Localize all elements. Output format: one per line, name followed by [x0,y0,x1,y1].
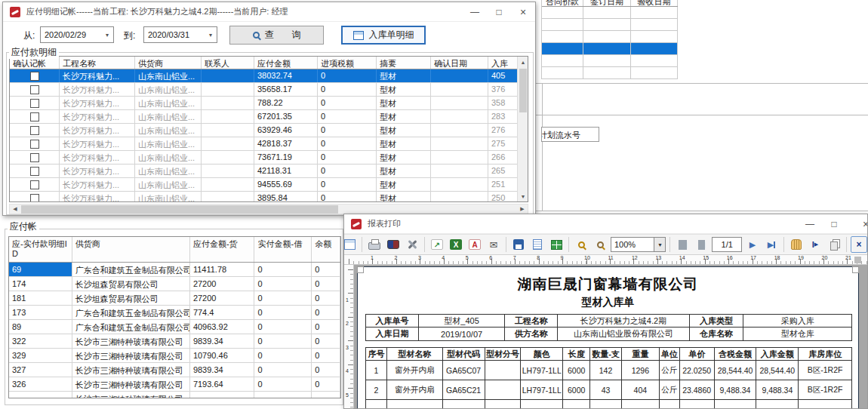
page-setup-button[interactable] [529,236,546,253]
confirm-checkbox[interactable] [30,140,39,149]
next-page-button[interactable]: ▶ [744,236,761,253]
from-date-picker[interactable]: 2020/02/29 ▾ [40,26,114,43]
printer-setup-button[interactable] [404,236,420,253]
page-indicator[interactable]: 1/1 [712,237,742,252]
table-row[interactable] [542,7,678,19]
column-header[interactable]: 应付金额 [254,57,318,69]
plan-serial-field[interactable]: 计划流水号 [541,127,599,142]
maximize-button[interactable]: □ [822,214,846,233]
table-row[interactable]: 327长沙市三湘特种玻璃有限公司9839.3400 [9,363,340,377]
prev-page-button[interactable]: ◀ [693,236,709,253]
design-view-button[interactable] [343,236,358,253]
grid-export-button[interactable] [548,236,565,253]
table-row[interactable]: 长沙万科魅力...山东南山铝业...67201.350型材283 [10,110,528,124]
table-row[interactable] [542,55,678,67]
confirm-checkbox[interactable] [30,194,39,202]
table-row[interactable]: 长沙万科魅力...山东南山铝业...788.220型材358 [10,97,528,110]
column-header[interactable]: 余额 [312,237,340,262]
table-row[interactable]: 长沙万科魅力...山东南山铝业...63929.460型材276 [10,124,528,137]
column-header[interactable]: 进项税额 [318,57,377,69]
chevron-down-icon[interactable]: ▼ [654,238,665,251]
vertical-scrollbar[interactable]: ▲ ▼ [517,57,528,201]
table-row[interactable]: 89广东合和建筑五金制品有限公司40963.9200 [9,320,340,334]
table-row[interactable]: 69广东合和建筑五金制品有限公司11411.7800 [9,263,340,277]
export-excel-button[interactable]: X [448,236,464,253]
confirm-checkbox[interactable] [30,112,39,121]
query-button[interactable]: 查 询 [229,26,324,45]
zoom-combobox[interactable]: 100% ▼ [611,237,666,252]
table-row[interactable]: 长沙万科魅力...山东南山铝业...42118.310型材265 [10,165,528,178]
column-header[interactable]: 应-实付款明细ID [9,237,72,262]
table-row[interactable]: 长沙万科魅力...山东南山铝业...38032.740型材405 [10,69,528,83]
to-date-picker[interactable]: 2020/03/31 ▾ [143,26,217,43]
chevron-down-icon[interactable]: ▾ [205,32,217,38]
column-header[interactable]: 确认日期 [431,57,488,69]
column-header[interactable]: 供货商 [135,57,202,69]
confirm-checkbox[interactable] [30,126,39,135]
first-page-button[interactable]: ◀ [674,236,691,253]
scroll-down-icon[interactable]: ▼ [518,191,528,201]
maximize-button[interactable]: □ [487,2,511,21]
chevron-down-icon[interactable]: ▾ [101,32,113,38]
horizontal-scrollbar[interactable]: ◀ ▶ [9,204,528,214]
scroll-right-icon[interactable]: ▶ [517,204,528,214]
contract-col-header[interactable]: 合同价款 [542,0,583,6]
preview-book-button[interactable] [385,236,402,253]
column-header[interactable]: 联系人 [202,57,254,69]
minimize-button[interactable]: — [798,214,822,233]
table-row[interactable]: 长沙万科魅力...山东南山铝业...73671.190型材266 [10,151,528,165]
table-row[interactable] [542,19,678,31]
close-button[interactable]: × [854,214,868,233]
print-preview-area[interactable]: 湖南巨晟门窗幕墙有限公司 型材入库单 入库单号型材_405工程名称长沙万科魅力之… [354,265,867,408]
zoom-in-button[interactable] [573,236,589,253]
table-row[interactable]: 329长沙市三湘特种玻璃有限公司10790.4600 [9,349,340,363]
table-row[interactable] [542,31,678,43]
text-select-button[interactable]: I▶ [807,236,823,253]
table-row[interactable]: 长沙万科魅力...山东南山铝业...42818.370型材275 [10,137,528,151]
scroll-up-icon[interactable]: ▲ [518,57,528,67]
export-pdf-button[interactable]: A [466,236,483,253]
close-preview-button[interactable]: × [851,236,867,253]
print-button[interactable] [366,236,383,253]
column-header[interactable]: 工程名称 [60,57,135,69]
column-header[interactable]: 供货商 [72,237,190,262]
confirm-checkbox[interactable] [30,167,39,176]
contract-col-header[interactable]: 签订日期 [583,0,631,6]
table-row[interactable]: 174长沙坦森贸易有限公司2720000 [9,277,340,291]
table-row[interactable]: 173广东合和建筑五金制品有限公司774.400 [9,306,340,320]
column-header[interactable]: 摘要 [377,57,431,69]
confirm-checkbox[interactable] [30,153,39,162]
confirm-checkbox[interactable] [30,85,39,94]
scrollbar-thumb[interactable] [519,69,527,112]
table-row[interactable] [542,67,678,79]
table-row[interactable]: 326长沙市三湘特种玻璃有限公司7193.6400 [9,377,340,392]
table-row[interactable]: 长沙万科魅力...山东南山铝业...35658.170型材376 [10,83,528,97]
minimize-button[interactable]: — [463,2,487,21]
zoom-out-button[interactable] [592,236,608,253]
confirm-checkbox[interactable] [30,99,39,108]
confirm-checkbox[interactable] [30,72,39,81]
scrollbar-thumb[interactable] [21,205,338,214]
copy-pages-button[interactable] [826,236,842,253]
column-header[interactable]: 入库 [488,57,519,69]
column-header[interactable]: 实付金额-借 [254,237,312,262]
export-button[interactable]: ↗ [429,236,445,253]
table-row[interactable] [542,43,678,55]
table-row[interactable]: 长沙万科魅力...山东南山铝业...3895.840型材250 [10,192,528,202]
table-row[interactable]: 181长沙坦森贸易有限公司2720000 [9,291,340,306]
contract-col-header[interactable]: 验收日期 [631,0,678,6]
confirm-checkbox[interactable] [30,180,39,189]
email-button[interactable]: ✉ [485,236,502,253]
column-header[interactable]: 应付金额-货 [190,237,255,262]
close-button[interactable]: × [511,2,535,21]
last-page-button[interactable]: ▶ [763,236,780,253]
table-row[interactable]: 长沙万科魅力...山东南山铝业...94555.690型材251 [10,178,528,192]
save-button[interactable] [510,236,527,253]
inbound-detail-button[interactable]: 入库单明细 [341,26,426,45]
table-row[interactable]: 长沙市三湘特种玻璃有限公司 [9,392,340,398]
report-titlebar[interactable]: 报表打印 [344,214,867,234]
scroll-left-icon[interactable]: ◀ [10,204,20,214]
payable-detail-titlebar[interactable]: 应付明细记帐------当前工程: 长沙万科魅力之城4.2期------当前用户… [3,2,535,22]
pan-tool-button[interactable] [788,236,805,253]
table-row[interactable]: 322长沙市三湘特种玻璃有限公司9839.3400 [9,334,340,349]
